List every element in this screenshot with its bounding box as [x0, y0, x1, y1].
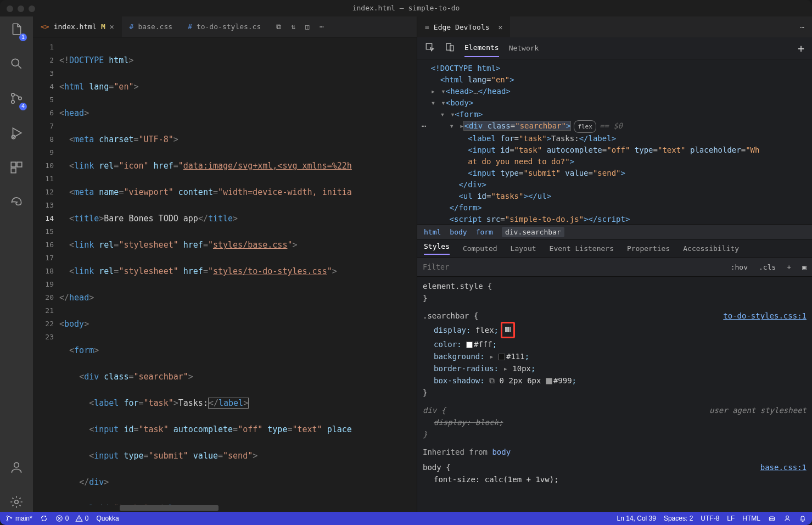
- copilot-icon[interactable]: [768, 515, 776, 523]
- breadcrumb: html body form div.searchbar: [417, 224, 812, 239]
- styles-tab[interactable]: Styles: [424, 242, 450, 255]
- sync-icon[interactable]: [40, 515, 48, 523]
- explorer-icon[interactable]: 1: [9, 22, 24, 39]
- styles-filter-input[interactable]: [417, 263, 725, 271]
- svg-rect-6: [17, 162, 22, 167]
- crumb-form[interactable]: form: [476, 228, 493, 236]
- extensions-icon[interactable]: [9, 160, 24, 177]
- new-rule-icon[interactable]: +: [781, 263, 797, 271]
- close-dot[interactable]: [7, 5, 13, 12]
- max-dot[interactable]: [29, 5, 35, 12]
- indent-indicator[interactable]: Spaces: 2: [664, 515, 693, 522]
- horizontal-scrollbar[interactable]: [59, 505, 417, 512]
- edge-icon[interactable]: [9, 195, 24, 212]
- activity-bar: 1 4: [0, 16, 33, 512]
- explorer-badge: 1: [19, 33, 27, 41]
- gear-icon[interactable]: [9, 495, 24, 512]
- svg-rect-10: [426, 43, 432, 49]
- bell-icon[interactable]: [799, 515, 807, 523]
- hov-toggle[interactable]: :hov: [725, 263, 753, 271]
- problems-indicator[interactable]: 0 0: [55, 515, 89, 522]
- device-icon[interactable]: [445, 42, 455, 54]
- tab-base-css[interactable]: # base.css: [122, 16, 180, 37]
- more-icon[interactable]: ⋯: [320, 23, 324, 31]
- tab-index-html[interactable]: <> index.html M ✕: [33, 16, 122, 37]
- flex-editor-button[interactable]: [501, 322, 515, 338]
- tab-label: base.css: [138, 23, 172, 31]
- diff-icon[interactable]: ⧉: [276, 23, 281, 31]
- code-area[interactable]: <!DOCTYPE html> <html lang="en"> <head> …: [59, 37, 417, 505]
- layout-tab[interactable]: Layout: [511, 244, 536, 253]
- toggle-sidebar-icon[interactable]: ▣: [797, 263, 812, 271]
- panel-icon: ≡: [425, 23, 429, 31]
- window-controls: [7, 5, 35, 12]
- properties-tab[interactable]: Properties: [627, 244, 670, 253]
- flex-badge[interactable]: flex: [574, 120, 596, 133]
- scm-icon[interactable]: 4: [9, 91, 24, 108]
- encoding-indicator[interactable]: UTF-8: [701, 515, 719, 522]
- cls-toggle[interactable]: .cls: [753, 263, 781, 271]
- svg-point-2: [12, 100, 14, 103]
- devtools-tab[interactable]: ≡ Edge DevTools ✕: [417, 16, 510, 37]
- more-icon[interactable]: ⋯: [800, 23, 804, 31]
- line-gutter: 1234567891011121314151617181920212223: [33, 37, 59, 505]
- color-swatch[interactable]: [499, 354, 505, 360]
- elements-tab[interactable]: Elements: [464, 43, 499, 57]
- svg-point-1: [12, 93, 14, 96]
- html-file-icon: <>: [41, 23, 49, 31]
- title-bar: index.html — simple-to-do: [0, 0, 812, 16]
- modified-indicator: M: [101, 23, 105, 31]
- crumb-body[interactable]: body: [450, 228, 467, 236]
- source-link[interactable]: base.css:1: [760, 461, 807, 473]
- dom-tree[interactable]: <!DOCTYPE html> <html lang="en"> ▸ ▾<hea…: [417, 59, 812, 224]
- styles-tabbar: Styles Computed Layout Event Listeners P…: [417, 239, 812, 258]
- branch-indicator[interactable]: main*: [5, 515, 32, 522]
- language-indicator[interactable]: HTML: [742, 515, 760, 522]
- scm-badge: 4: [19, 103, 27, 110]
- cursor-position[interactable]: Ln 14, Col 39: [617, 515, 656, 522]
- svg-point-16: [7, 516, 8, 517]
- tab-label: index.html: [54, 23, 97, 31]
- min-dot[interactable]: [18, 5, 24, 12]
- add-tab-icon[interactable]: +: [798, 42, 804, 55]
- computed-tab[interactable]: Computed: [463, 244, 497, 253]
- svg-rect-13: [505, 327, 507, 332]
- close-icon[interactable]: ✕: [110, 23, 114, 31]
- svg-rect-20: [769, 517, 774, 521]
- svg-rect-15: [509, 327, 511, 332]
- close-icon[interactable]: ✕: [499, 23, 503, 31]
- source-link[interactable]: to-do-styles.css:1: [723, 310, 807, 322]
- account-icon[interactable]: [9, 460, 24, 477]
- network-tab[interactable]: Network: [509, 44, 539, 52]
- svg-point-17: [7, 520, 8, 521]
- split-icon[interactable]: ◫: [305, 23, 310, 31]
- svg-rect-5: [11, 162, 16, 167]
- svg-rect-14: [507, 327, 509, 332]
- devtools-tabbar: ≡ Edge DevTools ✕ ⋯: [417, 16, 812, 37]
- devtools-panel: ≡ Edge DevTools ✕ ⋯ Elements Network + <…: [417, 16, 812, 512]
- vscode-window: index.html — simple-to-do 1 4: [0, 0, 812, 525]
- tab-todo-styles[interactable]: # to-do-styles.cs: [180, 16, 268, 37]
- devtools-tab-label: Edge DevTools: [434, 23, 490, 31]
- crumb-current[interactable]: div.searchbar: [502, 227, 564, 237]
- eol-indicator[interactable]: LF: [727, 515, 735, 522]
- svg-point-8: [14, 462, 19, 467]
- editor-body[interactable]: 1234567891011121314151617181920212223 <!…: [33, 37, 417, 505]
- devtools-toolbar: Elements Network +: [417, 37, 812, 59]
- svg-point-22: [772, 518, 774, 520]
- changes-icon[interactable]: ⇅: [291, 23, 295, 31]
- quokka-indicator[interactable]: Quokka: [96, 515, 119, 522]
- crumb-html[interactable]: html: [424, 228, 441, 236]
- color-swatch[interactable]: [466, 342, 473, 348]
- styles-pane[interactable]: element.style { } to-do-styles.css:1 .se…: [417, 277, 812, 512]
- editor-group: <> index.html M ✕ # base.css # to-do-sty…: [33, 16, 417, 512]
- debug-icon[interactable]: [9, 126, 24, 143]
- color-swatch[interactable]: [546, 378, 552, 384]
- svg-point-23: [786, 516, 789, 519]
- feedback-icon[interactable]: [783, 515, 791, 523]
- inspect-icon[interactable]: [425, 42, 435, 54]
- accessibility-tab[interactable]: Accessibility: [683, 244, 739, 253]
- listeners-tab[interactable]: Event Listeners: [550, 244, 614, 253]
- tab-toolbar: ⧉ ⇅ ◫ ⋯: [268, 16, 331, 37]
- search-icon[interactable]: [9, 57, 24, 74]
